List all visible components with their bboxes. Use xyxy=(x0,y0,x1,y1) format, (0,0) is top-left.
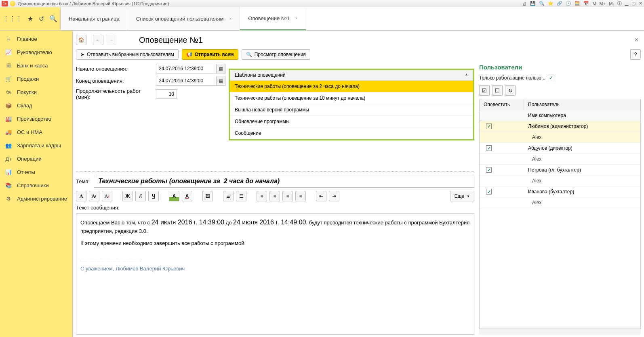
tab-start-page[interactable]: Начальная страница xyxy=(61,7,128,30)
sidebar-label: Отчеты xyxy=(17,169,35,175)
image-button[interactable]: 🖼 xyxy=(202,191,213,201)
highlight-button[interactable]: A xyxy=(169,191,179,201)
close-icon[interactable]: × xyxy=(295,16,298,21)
home-button[interactable]: 🏠 xyxy=(76,35,86,45)
italic-button[interactable]: К xyxy=(135,191,146,201)
clear-format-button[interactable]: Ax xyxy=(102,191,112,201)
outdent-button[interactable]: ⇤ xyxy=(316,191,326,201)
calc-icon[interactable]: 🧮 xyxy=(575,1,580,6)
table-row[interactable]: ✓ Иванова (бухгалтер) xyxy=(480,186,640,197)
table-row[interactable]: ✓ Любимов (администратор) xyxy=(480,121,640,132)
sidebar-item-admin[interactable]: ⚙Администрирование xyxy=(0,192,72,205)
star-icon[interactable]: ⭐ xyxy=(548,1,554,6)
dropdown-arrow-icon[interactable] xyxy=(10,1,15,6)
filter-checkbox[interactable]: ✓ xyxy=(548,75,554,81)
books-icon: 📚 xyxy=(5,182,12,188)
row-checkbox[interactable]: ✓ xyxy=(486,123,492,129)
bold-button[interactable]: Ж xyxy=(122,191,133,201)
find-icon[interactable]: 🔍 xyxy=(49,15,57,23)
minimize-icon[interactable]: ▁ xyxy=(625,1,628,6)
page-close-button[interactable]: × xyxy=(632,36,641,44)
sidebar-item-osnma[interactable]: 🚚ОС и НМА xyxy=(0,126,72,139)
number-list-button[interactable]: ☰ xyxy=(236,191,246,201)
close-icon[interactable]: × xyxy=(229,17,232,21)
sidebar-item-hr[interactable]: 👥Зарплата и кадры xyxy=(0,139,72,152)
sidebar-item-reports[interactable]: 📊Отчеты xyxy=(0,165,72,179)
indent-button[interactable]: ⇥ xyxy=(329,191,339,201)
end-date-input[interactable] xyxy=(156,76,217,86)
filter-label: Только работающие пользо... xyxy=(479,75,545,81)
chevron-up-icon[interactable]: ▲ xyxy=(465,72,468,78)
calendar-picker-icon[interactable]: ▦ xyxy=(217,64,225,73)
row-checkbox[interactable]: ✓ xyxy=(486,189,492,195)
m-label[interactable]: M xyxy=(592,1,596,6)
sidebar-item-warehouse[interactable]: 📦Склад xyxy=(0,99,72,112)
sidebar-item-operations[interactable]: ДтОперации xyxy=(0,152,72,165)
sidebar-label: Производство xyxy=(17,116,51,122)
search-icon[interactable]: 🔍 xyxy=(539,1,545,6)
tab-notifications-list[interactable]: Список оповещений пользователям × xyxy=(128,7,240,30)
start-date-input[interactable] xyxy=(156,64,217,73)
sidebar-item-production[interactable]: 🏭Производство xyxy=(0,112,72,126)
apps-icon[interactable]: ⋮⋮⋮ xyxy=(3,15,22,23)
back-button[interactable]: ← xyxy=(93,35,103,45)
maximize-icon[interactable]: ▢ xyxy=(631,1,636,6)
preview-button[interactable]: 🔍 Просмотр оповещения xyxy=(242,49,310,60)
sidebar-item-main[interactable]: ≡Главное xyxy=(0,32,72,46)
row-checkbox[interactable]: ✓ xyxy=(486,167,492,173)
send-all-button[interactable]: 📢 Отправить всем xyxy=(182,49,238,60)
more-button[interactable]: Еще ▼ xyxy=(450,191,474,201)
sidebar-item-manager[interactable]: 📈Руководителю xyxy=(0,46,72,59)
print-icon[interactable]: 🖨 xyxy=(522,1,527,6)
info-icon[interactable]: ⓘ xyxy=(617,0,622,6)
dropdown-item[interactable]: Сообщение xyxy=(230,128,473,139)
bullet-list-button[interactable]: ≣ xyxy=(223,191,234,201)
sidebar-label: Справочники xyxy=(17,182,49,188)
mplus-label[interactable]: M+ xyxy=(600,1,606,6)
user-name: Абдулов (директор) xyxy=(524,143,640,153)
sidebar-item-purchases[interactable]: 🛍Покупки xyxy=(0,86,72,99)
dropdown-item[interactable]: Обновление программы xyxy=(230,116,473,128)
textcolor-button[interactable]: A xyxy=(182,191,192,201)
favorite-icon[interactable]: ★ xyxy=(27,15,33,23)
help-button[interactable]: ? xyxy=(630,49,641,60)
refresh-button[interactable]: ↻ xyxy=(505,85,516,96)
calendar-icon[interactable]: 📅 xyxy=(583,1,589,6)
link-icon[interactable]: 🔗 xyxy=(557,1,562,6)
row-checkbox[interactable]: ✓ xyxy=(486,145,492,151)
font-size-button[interactable]: A▾ xyxy=(89,191,99,201)
save-icon[interactable]: 💾 xyxy=(530,1,536,6)
uncheck-all-button[interactable]: ☐ xyxy=(492,85,503,96)
tabstrip: ⋮⋮⋮ ★ ↺ 🔍 Начальная страница Список опов… xyxy=(0,7,644,31)
underline-button[interactable]: Ч xyxy=(148,191,159,201)
check-all-button[interactable]: ☑ xyxy=(479,85,490,96)
font-button[interactable]: A xyxy=(76,191,86,201)
msg-line2: К этому времени необходимо завершить все… xyxy=(80,239,470,247)
align-right-button[interactable]: ≡ xyxy=(282,191,293,201)
magnifier-icon: 🔍 xyxy=(246,52,252,57)
dropdown-item[interactable]: Технические работы (оповещение за 2 часа… xyxy=(230,81,473,92)
tab-notification-1[interactable]: Оповещение №1 × xyxy=(240,7,306,30)
align-center-button[interactable]: ≡ xyxy=(269,191,280,201)
clock-icon[interactable]: 🕓 xyxy=(566,1,571,6)
horizontal-scrollbar[interactable] xyxy=(479,329,641,335)
message-editor[interactable]: Оповещаем Вас о том, что с 24 июля 2016 … xyxy=(76,213,474,335)
sidebar-label: Зарплата и кадры xyxy=(17,142,61,149)
align-left-button[interactable]: ≡ xyxy=(257,191,267,201)
sidebar-item-bank[interactable]: 🏛Банк и касса xyxy=(0,59,72,72)
mminus-label[interactable]: M- xyxy=(609,1,614,6)
table-row[interactable]: ✓ Абдулов (директор) xyxy=(480,143,640,154)
forward-button[interactable]: → xyxy=(106,35,116,45)
calendar-picker-icon[interactable]: ▦ xyxy=(217,76,225,86)
subject-input[interactable] xyxy=(94,175,474,188)
close-window-icon[interactable]: ✕ xyxy=(639,1,642,6)
sidebar-item-refs[interactable]: 📚Справочники xyxy=(0,179,72,192)
align-justify-button[interactable]: ≡ xyxy=(295,191,306,201)
dropdown-item[interactable]: Технические работы (оповещение за 10 мин… xyxy=(230,92,473,104)
duration-input[interactable] xyxy=(156,89,177,99)
send-selected-button[interactable]: ➤ Отправить выбранным пользователям xyxy=(76,49,179,60)
dropdown-item[interactable]: Вышла новая версия программы xyxy=(230,104,473,116)
sidebar-item-sales[interactable]: 🛒Продажи xyxy=(0,72,72,86)
history-icon[interactable]: ↺ xyxy=(39,15,44,23)
table-row[interactable]: ✓ Петрова (гл. бухгалтер) xyxy=(480,165,640,176)
